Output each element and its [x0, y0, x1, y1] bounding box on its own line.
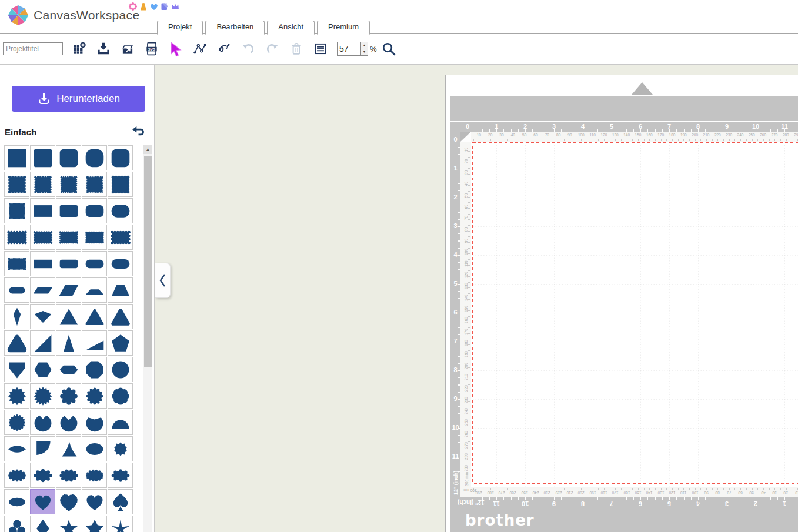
shape-tile-square-round-xl[interactable]	[108, 145, 133, 170]
shape-tile-triangle-soft[interactable]	[82, 304, 107, 329]
shape-tile-club[interactable]	[4, 516, 29, 532]
shape-tile-stamp-square-2[interactable]	[30, 172, 55, 197]
shape-tile-rect-round-sm[interactable]	[56, 198, 81, 223]
shape-tile-heart[interactable]	[30, 489, 55, 514]
shape-tile-ellipse-flat[interactable]	[4, 489, 29, 514]
undo-button[interactable]	[240, 41, 256, 57]
shape-tile-scallop-ellipse-12[interactable]	[4, 463, 29, 488]
back-arrow-icon[interactable]	[131, 124, 146, 139]
node-edit-tool-button[interactable]	[192, 41, 208, 57]
shape-tile-kite-narrow[interactable]	[4, 304, 29, 329]
scrollbar-thumb[interactable]	[144, 156, 152, 367]
shape-tile-semicircle[interactable]	[108, 410, 133, 435]
shape-tile-diamond[interactable]	[30, 516, 55, 532]
zoom-down-button[interactable]: ▼	[361, 49, 368, 56]
project-title-input[interactable]	[3, 42, 63, 55]
shape-tile-stamp-square-fine[interactable]	[4, 198, 29, 223]
shape-tile-scallop-circle-8[interactable]	[56, 383, 81, 409]
redo-button[interactable]	[264, 41, 281, 57]
shape-tile-quarter-circle[interactable]	[30, 436, 55, 461]
shape-tile-stamp-square-3[interactable]	[56, 172, 81, 197]
shape-tile-stamp-rect-2[interactable]	[30, 225, 55, 250]
shape-tile-stamp-square-4[interactable]	[82, 172, 107, 197]
export-mat-button[interactable]	[119, 41, 136, 57]
shape-tile-circle[interactable]	[108, 357, 133, 382]
select-tool-button[interactable]	[168, 41, 184, 57]
shape-tile-hexagon-wide[interactable]	[56, 357, 81, 382]
shape-tile-stamp-rect-5[interactable]	[108, 225, 133, 250]
shape-tile-triangle-round[interactable]	[108, 304, 133, 329]
shape-tile-right-triangle[interactable]	[30, 330, 55, 356]
shape-tile-stamp-rect-4[interactable]	[82, 225, 107, 250]
shape-tile-circle-notch-wide[interactable]	[82, 410, 107, 435]
shape-tile-square-round-md[interactable]	[56, 145, 81, 170]
shape-tile-scallop-ellipse-10[interactable]	[56, 463, 81, 488]
shape-tile-stamp-rect-fine[interactable]	[4, 251, 29, 276]
shape-tile-burst-12[interactable]	[4, 383, 29, 409]
shape-tile-circle-notch[interactable]	[30, 410, 55, 435]
draw-tool-button[interactable]	[216, 41, 232, 57]
shape-tile-square[interactable]	[4, 145, 29, 170]
shape-tile-triangle[interactable]	[56, 304, 81, 329]
tab-projekt[interactable]: Projekt	[157, 21, 203, 35]
new-mat-button[interactable]	[71, 41, 88, 57]
shape-tile-scallop-circle-12[interactable]	[82, 383, 107, 409]
delete-button[interactable]	[288, 41, 305, 57]
shape-tile-trapezoid-flat[interactable]	[82, 277, 107, 303]
tab-premium[interactable]: Premium	[317, 21, 370, 35]
shape-tile-heart-scallop[interactable]	[56, 489, 81, 514]
cutting-mat[interactable]: 01234567891011 1020304050607080901001101…	[445, 75, 798, 532]
shape-tile-burst-16[interactable]	[30, 383, 55, 409]
shape-tile-scallop-ellipse-8b[interactable]	[108, 463, 133, 488]
shape-tile-stamp-square-1[interactable]	[4, 172, 29, 197]
shape-tile-pentagon[interactable]	[108, 330, 133, 356]
shape-tile-heart-soft[interactable]	[82, 489, 107, 514]
shape-tile-rect-round-md[interactable]	[82, 198, 107, 223]
shape-tile-scallop-ellipse-14[interactable]	[82, 463, 107, 488]
shape-tile-scallop-circle-16[interactable]	[4, 410, 29, 435]
shape-tile-trapezoid[interactable]	[108, 277, 133, 303]
shape-tile-stadium[interactable]	[108, 251, 133, 276]
shape-tile-rect-flat-round[interactable]	[56, 251, 81, 276]
tab-ansicht[interactable]: Ansicht	[267, 21, 315, 35]
shape-tile-flower-8[interactable]	[108, 383, 133, 409]
shape-tile-triangle-rounder[interactable]	[4, 330, 29, 356]
zoom-search-button[interactable]	[380, 41, 397, 57]
shape-tile-hexagon[interactable]	[30, 357, 55, 382]
tab-bearbeiten[interactable]: Bearbeiten	[205, 21, 265, 35]
shape-tile-stadium-small[interactable]	[4, 277, 29, 303]
shape-tile-star-thin[interactable]	[108, 516, 133, 532]
shape-tile-parallelogram[interactable]	[56, 277, 81, 303]
shape-tile-rectangle[interactable]	[30, 198, 55, 223]
save-download-button[interactable]	[95, 41, 112, 57]
shape-tile-stamp-square-5[interactable]	[108, 172, 133, 197]
shape-tile-star-fat[interactable]	[82, 516, 107, 532]
shape-tile-lens[interactable]	[4, 436, 29, 461]
shape-tile-right-triangle-low[interactable]	[82, 330, 107, 356]
shape-tile-rect-flat[interactable]	[30, 251, 55, 276]
shape-tile-curve-triangle[interactable]	[56, 436, 81, 461]
shape-tile-rect-flat-rounder[interactable]	[82, 251, 107, 276]
shape-tile-triangle-narrow[interactable]	[56, 330, 81, 356]
shape-tile-stamp-rect-3[interactable]	[56, 225, 81, 250]
shape-tile-octagon[interactable]	[82, 357, 107, 382]
shape-tile-square-round-lg[interactable]	[82, 145, 107, 170]
shape-tile-circle-notch-deep[interactable]	[56, 410, 81, 435]
shape-tile-ellipse[interactable]	[82, 436, 107, 461]
shape-tile-burst-10-small[interactable]	[108, 436, 133, 461]
shape-tile-stamp-rect-1[interactable]	[4, 225, 29, 250]
shape-tile-square-round-sm[interactable]	[30, 145, 55, 170]
svg-import-button[interactable]: SVG	[143, 41, 160, 57]
shape-tile-scallop-ellipse-8[interactable]	[30, 463, 55, 488]
mat-page[interactable]	[471, 142, 798, 487]
panel-collapse-handle[interactable]	[155, 263, 171, 298]
shape-tile-pentagon-down[interactable]	[4, 357, 29, 382]
scrollbar-up-button[interactable]: ▲	[143, 145, 152, 154]
shape-tile-spade[interactable]	[108, 489, 133, 514]
shape-tile-parallelogram-flat[interactable]	[30, 277, 55, 303]
zoom-up-button[interactable]: ▲	[361, 42, 368, 49]
shape-tile-kite-wide[interactable]	[30, 304, 55, 329]
shape-tile-star[interactable]	[56, 516, 81, 532]
zoom-input[interactable]	[337, 42, 360, 56]
download-button[interactable]: Herunterladen	[12, 86, 145, 112]
